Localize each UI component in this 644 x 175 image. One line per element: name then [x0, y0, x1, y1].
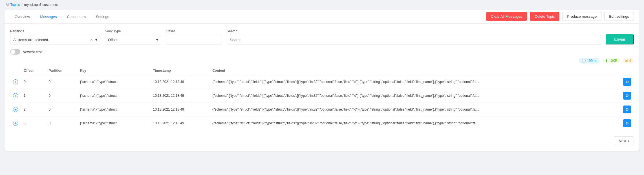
search-label: Search [227, 29, 601, 33]
offset-cell: 3 [21, 116, 46, 130]
col-key: Key [77, 66, 150, 75]
next-button[interactable]: Next › [614, 136, 634, 145]
partition-cell: 0 [46, 103, 77, 116]
action-cell: ⚙ [620, 116, 634, 130]
table-row: + 2 0 {"schema":{"type":"struct... 10.13… [10, 103, 634, 116]
partitions-chevron-icon: ▾ [95, 38, 97, 42]
expand-row-button[interactable]: + [13, 79, 18, 84]
key-cell: {"schema":{"type":"struct... [77, 103, 150, 116]
search-filter-group: Search [227, 29, 601, 44]
action-cell: ⚙ [620, 75, 634, 89]
timestamp-cell: 10.13.2021 12:18:49 [150, 89, 210, 103]
content-cell: {"schema":{"type":"struct","fields":[{"t… [209, 89, 620, 103]
content-cell: {"schema":{"type":"struct","fields":[{"t… [209, 116, 620, 130]
download-icon: ⬇ [605, 59, 608, 63]
delete-topic-button[interactable]: Delete Topic [530, 12, 559, 21]
enviar-button[interactable]: Enviar [606, 34, 634, 44]
partitions-value: All items are selected. [13, 38, 49, 42]
col-expand [10, 66, 21, 75]
offset-cell: 1 [21, 89, 46, 103]
tab-settings[interactable]: Settings [91, 10, 114, 23]
col-timestamp: Timestamp [150, 66, 210, 75]
row-settings-button[interactable]: ⚙ [623, 119, 631, 127]
filter-row: Partitions All items are selected. ✕ ▾ S… [10, 29, 634, 44]
expand-cell: + [10, 75, 21, 89]
col-content: Content [209, 66, 620, 75]
key-cell: {"schema":{"type":"struct... [77, 89, 150, 103]
row-settings-button[interactable]: ⚙ [623, 78, 631, 86]
pagination-row: Next › [5, 133, 639, 145]
col-partition: Partition [46, 66, 77, 75]
message-icon: ✉ [625, 59, 628, 63]
expand-cell: + [10, 116, 21, 130]
tabs-right: Clear All Messages Delete Topic Produce … [486, 12, 634, 21]
timestamp-cell: 10.13.2021 12:18:49 [150, 116, 210, 130]
count-stat-value: 4 [629, 59, 631, 63]
toggle-knob [11, 50, 15, 54]
expand-row-button[interactable]: + [13, 121, 18, 126]
tab-consumers[interactable]: Consumers [62, 10, 90, 23]
search-input[interactable] [227, 35, 601, 44]
seek-type-filter-group: Seek Type Offset ▾ [105, 29, 161, 44]
key-cell: {"schema":{"type":"struct... [77, 116, 150, 130]
seek-type-select[interactable]: Offset ▾ [105, 35, 161, 44]
partition-cell: 0 [46, 89, 77, 103]
current-topic-label: mysql.app1.customers [24, 3, 58, 7]
submit-filter-group: Enviar [606, 34, 634, 44]
toggle-row: Newest first [10, 49, 634, 55]
table-row: + 1 0 {"schema":{"type":"struct... 10.13… [10, 89, 634, 103]
offset-input[interactable] [166, 35, 222, 44]
seek-type-chevron-icon: ▾ [156, 38, 158, 42]
timestamp-cell: 10.13.2021 12:18:49 [150, 75, 210, 89]
main-card: Overview Messages Consumers Settings Cle… [5, 10, 639, 151]
chevron-right-icon: › [628, 139, 629, 143]
offset-filter-group: Offset [166, 29, 222, 44]
timestamp-cell: 10.13.2021 12:18:49 [150, 103, 210, 116]
clear-all-messages-button[interactable]: Clear All Messages [486, 12, 527, 21]
partitions-select[interactable]: All items are selected. ✕ ▾ [10, 35, 100, 44]
all-topics-link[interactable]: All Topics [6, 3, 20, 7]
partition-cell: 0 [46, 116, 77, 130]
expand-cell: + [10, 103, 21, 116]
time-stat-value: 199ms [587, 59, 597, 63]
messages-table: Offset Partition Key Timestamp Content +… [10, 66, 634, 130]
content-cell: {"schema":{"type":"struct","fields":[{"t… [209, 103, 620, 116]
partitions-select-icons: ✕ ▾ [90, 38, 97, 42]
offset-label: Offset [166, 29, 222, 33]
row-settings-button[interactable]: ⚙ [623, 92, 631, 100]
table-body: + 0 0 {"schema":{"type":"struct... 10.13… [10, 75, 634, 130]
expand-row-button[interactable]: + [13, 93, 18, 98]
table-row: + 3 0 {"schema":{"type":"struct... 10.13… [10, 116, 634, 130]
seek-type-value: Offset [108, 38, 118, 42]
partitions-clear-icon[interactable]: ✕ [90, 38, 93, 42]
newest-first-toggle[interactable] [10, 49, 20, 55]
tabs-header: Overview Messages Consumers Settings Cle… [5, 10, 639, 24]
size-stat-value: 10KB [609, 59, 617, 63]
content-area: Partitions All items are selected. ✕ ▾ S… [5, 24, 639, 133]
expand-cell: + [10, 89, 21, 103]
breadcrumb: All Topics / mysql.app1.customers [0, 0, 644, 10]
stats-row: 🕐 199ms ⬇ 10KB ✉ 4 [10, 58, 634, 64]
produce-message-button[interactable]: Produce message [562, 12, 601, 21]
tabs-left: Overview Messages Consumers Settings [10, 10, 115, 23]
size-stat-badge: ⬇ 10KB [602, 58, 620, 64]
tab-messages[interactable]: Messages [36, 10, 61, 23]
time-stat-badge: 🕐 199ms [579, 58, 600, 64]
col-offset: Offset [21, 66, 46, 75]
partitions-filter-group: Partitions All items are selected. ✕ ▾ [10, 29, 100, 44]
offset-cell: 0 [21, 75, 46, 89]
key-cell: {"schema":{"type":"struct... [77, 75, 150, 89]
expand-row-button[interactable]: + [13, 107, 18, 112]
breadcrumb-separator: / [21, 3, 22, 7]
count-stat-badge: ✉ 4 [622, 58, 634, 64]
table-header: Offset Partition Key Timestamp Content [10, 66, 634, 75]
offset-cell: 2 [21, 103, 46, 116]
tab-overview[interactable]: Overview [10, 10, 34, 23]
col-actions [620, 66, 634, 75]
partition-cell: 0 [46, 75, 77, 89]
edit-settings-button[interactable]: Edit settings [604, 12, 634, 21]
table-row: + 0 0 {"schema":{"type":"struct... 10.13… [10, 75, 634, 89]
action-cell: ⚙ [620, 89, 634, 103]
clock-icon: 🕐 [582, 59, 586, 63]
row-settings-button[interactable]: ⚙ [623, 106, 631, 113]
